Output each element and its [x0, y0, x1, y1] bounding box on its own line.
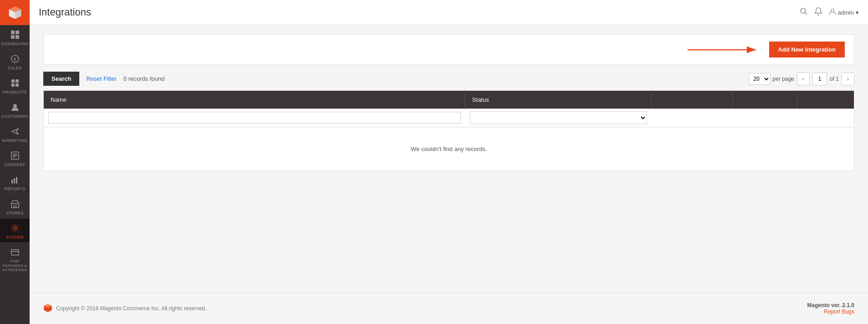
- next-page-button[interactable]: ›: [842, 73, 854, 85]
- system-icon: [10, 223, 20, 233]
- sidebar-item-products[interactable]: PRODUCTS: [0, 73, 30, 98]
- sidebar-item-stores[interactable]: STORES: [0, 194, 30, 219]
- prev-page-button[interactable]: ‹: [797, 73, 810, 85]
- notifications-icon[interactable]: [815, 7, 822, 17]
- customers-icon: [10, 102, 20, 112]
- svg-rect-9: [15, 84, 19, 87]
- svg-rect-16: [14, 178, 15, 183]
- svg-rect-18: [11, 204, 19, 208]
- products-icon: [10, 78, 20, 88]
- main-content: Integrations admin ▾: [30, 0, 868, 324]
- sidebar-item-label: SALES: [8, 66, 22, 70]
- sidebar-item-reports[interactable]: REPORTS: [0, 170, 30, 194]
- svg-point-10: [13, 104, 17, 108]
- col-header-action3: [797, 91, 854, 109]
- status-filter-select[interactable]: Active Inactive: [470, 111, 647, 124]
- records-count: 0 records found: [123, 75, 164, 82]
- sidebar-item-label: MARKETING: [2, 138, 27, 143]
- sidebar-item-marketing[interactable]: MARKETING: [0, 122, 30, 146]
- svg-line-25: [805, 13, 807, 15]
- reports-icon: [10, 175, 20, 185]
- per-page-selector: 20 30 50 per page: [749, 73, 794, 85]
- per-page-select[interactable]: 20 30 50: [749, 73, 770, 85]
- sales-icon: $: [10, 54, 20, 64]
- filter-status-cell: Active Inactive: [465, 109, 652, 127]
- sidebar-item-content[interactable]: CONTENT: [0, 146, 30, 170]
- sidebar-item-label: PRODUCTS: [3, 90, 27, 94]
- svg-point-26: [817, 14, 819, 16]
- user-icon: [829, 8, 836, 17]
- action-bar: Add New Integration: [43, 34, 854, 65]
- sidebar-item-system[interactable]: SYSTEM: [0, 219, 30, 243]
- page-total-label: of 1: [830, 76, 839, 82]
- sidebar-item-label: SYSTEM: [6, 235, 24, 240]
- empty-message-cell: We couldn't find any records.: [44, 127, 854, 171]
- add-new-integration-button[interactable]: Add New Integration: [769, 42, 845, 57]
- header-right: admin ▾: [800, 7, 859, 17]
- partners-icon: [10, 247, 20, 257]
- svg-text:$: $: [14, 57, 16, 62]
- search-toolbar: Search Reset Filter 0 records found 20 3…: [43, 72, 854, 86]
- per-page-label: per page: [773, 76, 794, 82]
- svg-rect-15: [11, 180, 13, 183]
- data-table: Name Status Active Inac: [43, 90, 854, 171]
- filter-row: Active Inactive: [44, 109, 854, 127]
- svg-rect-0: [11, 31, 15, 34]
- magento-logo-small: [43, 303, 52, 314]
- sidebar-item-dashboard[interactable]: DASHBOARD: [0, 25, 30, 49]
- footer-left: Copyright © 2016 Magento Commerce Inc. A…: [43, 303, 206, 314]
- col-header-status: Status: [465, 91, 652, 109]
- svg-rect-7: [15, 79, 19, 83]
- page-input[interactable]: [812, 73, 827, 85]
- svg-point-21: [14, 227, 16, 230]
- admin-user[interactable]: admin ▾: [829, 8, 859, 17]
- page-title: Integrations: [39, 6, 91, 18]
- arrow-decoration: [688, 43, 760, 57]
- sidebar-logo[interactable]: [0, 0, 30, 25]
- sidebar-item-label: STORES: [6, 211, 24, 215]
- filter-action2-cell: [733, 109, 797, 127]
- dashboard-icon: [10, 30, 20, 40]
- sidebar-item-label: FIND PARTNERS & EXTENSIONS: [2, 259, 27, 272]
- reset-filter-link[interactable]: Reset Filter: [86, 75, 116, 82]
- sidebar-item-label: CONTENT: [5, 162, 26, 167]
- search-icon[interactable]: [800, 7, 808, 17]
- sidebar-item-label: DASHBOARD: [1, 42, 29, 46]
- sidebar-item-find-partners[interactable]: FIND PARTNERS & EXTENSIONS: [0, 243, 30, 276]
- copyright-text: Copyright © 2016 Magento Commerce Inc. A…: [56, 305, 206, 312]
- pagination-area: 20 30 50 per page ‹ of 1 ›: [749, 73, 854, 85]
- svg-point-24: [801, 8, 806, 13]
- svg-rect-3: [15, 35, 19, 39]
- top-header: Integrations admin ▾: [30, 0, 868, 25]
- sidebar-item-customers[interactable]: CUSTOMERS: [0, 98, 30, 122]
- name-filter-input[interactable]: [48, 112, 461, 124]
- footer: Copyright © 2016 Magento Commerce Inc. A…: [30, 293, 868, 324]
- admin-label: admin: [838, 9, 854, 16]
- col-header-action2: [733, 91, 797, 109]
- version-label: Magento ver. 2.1.0: [807, 302, 854, 308]
- content-icon: [10, 151, 20, 161]
- content-area: Add New Integration Search Reset Filter …: [30, 25, 868, 293]
- sidebar-item-label: CUSTOMERS: [1, 114, 28, 119]
- footer-right: Magento ver. 2.1.0 Report Bugs: [807, 302, 854, 315]
- filter-action1-cell: [652, 109, 733, 127]
- search-button[interactable]: Search: [43, 72, 79, 86]
- svg-rect-2: [11, 35, 15, 39]
- stores-icon: [10, 199, 20, 209]
- filter-name-cell: [44, 109, 465, 127]
- svg-rect-17: [16, 177, 17, 183]
- svg-rect-6: [11, 79, 15, 83]
- sidebar-item-sales[interactable]: $ SALES: [0, 49, 30, 73]
- sidebar-item-label: REPORTS: [5, 187, 25, 191]
- svg-rect-1: [15, 31, 19, 34]
- dropdown-arrow-icon: ▾: [856, 9, 859, 16]
- svg-rect-8: [11, 84, 15, 87]
- report-bugs-link[interactable]: Report Bugs: [807, 308, 854, 315]
- marketing-icon: [10, 126, 20, 136]
- col-header-name: Name: [44, 91, 465, 109]
- filter-action3-cell: [797, 109, 854, 127]
- sidebar: DASHBOARD $ SALES PRODUCTS CUSTOMERS MAR…: [0, 0, 30, 324]
- empty-message-row: We couldn't find any records.: [44, 127, 854, 171]
- col-header-action1: [652, 91, 733, 109]
- svg-rect-22: [11, 250, 19, 255]
